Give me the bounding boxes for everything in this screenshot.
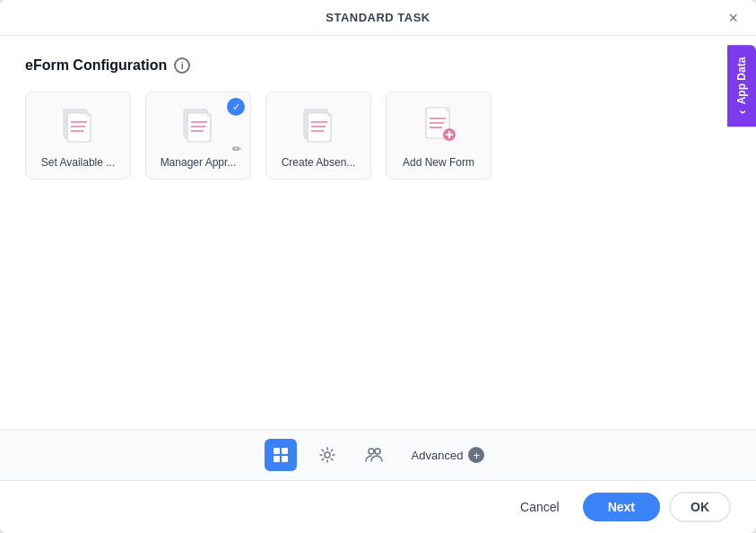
section-header: eForm Configuration i bbox=[25, 57, 731, 74]
set-available-icon bbox=[58, 102, 98, 149]
svg-point-32 bbox=[375, 449, 380, 454]
svg-rect-2 bbox=[87, 113, 91, 117]
card-add-new-form[interactable]: Add New Form bbox=[386, 92, 491, 179]
card-manager-appr-label: Manager Appr... bbox=[155, 156, 242, 169]
svg-rect-19 bbox=[446, 108, 449, 111]
card-set-available[interactable]: Set Available ... bbox=[25, 92, 131, 179]
grid-view-button[interactable] bbox=[265, 439, 297, 471]
svg-rect-26 bbox=[274, 448, 280, 454]
bottom-toolbar: Advanced + bbox=[0, 429, 756, 480]
svg-rect-29 bbox=[282, 456, 288, 462]
card-create-absen-label: Create Absen... bbox=[276, 156, 361, 169]
svg-rect-28 bbox=[274, 456, 280, 462]
app-data-label: App Data bbox=[735, 57, 748, 105]
card-add-new-form-label: Add New Form bbox=[397, 156, 480, 169]
svg-point-31 bbox=[369, 449, 374, 454]
close-button[interactable]: × bbox=[723, 8, 743, 28]
app-data-sidebar[interactable]: ‹ App Data bbox=[727, 45, 756, 127]
main-content: eForm Configuration i bbox=[0, 36, 756, 429]
cards-grid: Set Available ... ✓ ✏ Manager Appr... bbox=[25, 92, 731, 179]
add-new-form-icon bbox=[419, 102, 458, 149]
people-icon bbox=[365, 447, 383, 463]
advanced-plus-icon: + bbox=[468, 447, 484, 463]
svg-rect-1 bbox=[67, 113, 91, 142]
manager-appr-icon bbox=[178, 102, 218, 149]
selected-check-badge: ✓ bbox=[227, 98, 245, 116]
card-set-available-label: Set Available ... bbox=[36, 156, 121, 169]
svg-rect-7 bbox=[187, 113, 211, 142]
dialog-title: STANDARD TASK bbox=[326, 11, 430, 24]
card-create-absen[interactable]: Create Absen... bbox=[265, 92, 371, 179]
svg-rect-13 bbox=[308, 113, 331, 142]
gear-icon bbox=[319, 447, 335, 463]
svg-point-30 bbox=[325, 452, 330, 458]
svg-rect-27 bbox=[282, 448, 288, 454]
advanced-label: Advanced bbox=[412, 449, 464, 462]
next-button[interactable]: Next bbox=[583, 493, 660, 521]
info-icon[interactable]: i bbox=[174, 57, 190, 74]
svg-rect-8 bbox=[207, 113, 211, 117]
grid-icon bbox=[273, 447, 289, 463]
card-manager-appr[interactable]: ✓ ✏ Manager Appr... bbox=[145, 92, 251, 179]
cancel-button[interactable]: Cancel bbox=[506, 493, 574, 521]
advanced-button[interactable]: Advanced + bbox=[404, 443, 492, 467]
dialog: STANDARD TASK × ‹ App Data eForm Configu… bbox=[0, 0, 756, 533]
app-data-chevron: ‹ bbox=[734, 110, 749, 115]
create-absen-icon bbox=[299, 102, 338, 149]
settings-button[interactable] bbox=[311, 439, 343, 471]
svg-rect-14 bbox=[327, 113, 331, 117]
section-title: eForm Configuration bbox=[25, 57, 167, 74]
people-button[interactable] bbox=[358, 439, 390, 471]
title-bar: STANDARD TASK × bbox=[0, 0, 756, 36]
ok-button[interactable]: OK bbox=[669, 492, 731, 522]
footer: Cancel Next OK bbox=[0, 480, 756, 533]
edit-pencil-icon: ✏ bbox=[232, 143, 241, 155]
